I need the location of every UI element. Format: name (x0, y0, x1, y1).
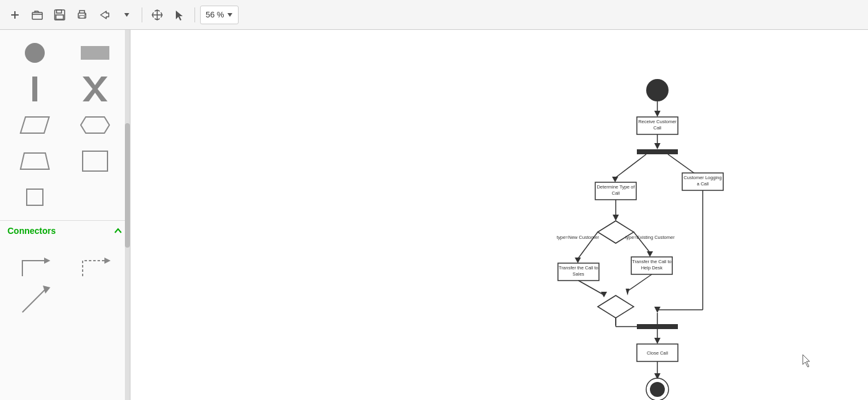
scroll-thumb[interactable] (125, 123, 130, 248)
svg-text:Transfer the Call to: Transfer the Call to (559, 265, 598, 271)
svg-marker-10 (227, 13, 232, 17)
pan-tool-button[interactable] (147, 5, 167, 25)
svg-marker-20 (44, 258, 50, 264)
open-button[interactable] (27, 5, 47, 25)
share-dropdown-button[interactable] (117, 5, 137, 25)
connectors-chevron-icon (114, 226, 122, 236)
shape-rectangle[interactable] (68, 37, 123, 68)
save-button[interactable] (50, 5, 70, 25)
svg-text:Close Call: Close Call (647, 350, 669, 356)
zoom-label: 56 % (206, 10, 224, 19)
canvas[interactable]: Receive Customer Call Determine Type of … (130, 30, 868, 400)
shapes-palette (0, 30, 130, 220)
svg-marker-9 (124, 13, 129, 17)
svg-rect-7 (80, 16, 85, 18)
svg-text:type=New Customer: type=New Customer (557, 235, 600, 240)
share-button[interactable] (94, 5, 114, 25)
cursor-indicator (803, 355, 810, 367)
connector-solid-elbow[interactable] (7, 248, 63, 279)
svg-marker-39 (613, 215, 619, 221)
connectors-palette (0, 241, 130, 323)
svg-marker-31 (612, 177, 618, 182)
svg-marker-53 (626, 289, 629, 295)
svg-rect-18 (83, 151, 107, 171)
connectors-section-header[interactable]: Connectors (0, 220, 130, 241)
svg-point-11 (25, 43, 45, 63)
svg-text:Customer Logging: Customer Logging (683, 175, 721, 180)
svg-line-22 (22, 287, 47, 312)
connectors-label: Connectors (7, 226, 56, 236)
svg-text:Transfer the Call to: Transfer the Call to (632, 259, 672, 264)
svg-marker-17 (21, 153, 49, 169)
svg-marker-15 (21, 117, 49, 133)
zoom-control[interactable]: 56 % (200, 6, 239, 24)
scroll-indicator (125, 30, 130, 400)
svg-marker-51 (601, 292, 607, 297)
shape-hexagon[interactable] (68, 109, 123, 141)
end-node-inner (650, 382, 665, 397)
join-bar-1 (637, 324, 678, 329)
shape-trapezoid[interactable] (7, 146, 63, 177)
svg-marker-62 (654, 338, 660, 344)
svg-rect-2 (32, 12, 42, 19)
shape-x-cross[interactable] (68, 73, 123, 105)
toolbar: 56 % (0, 0, 868, 30)
select-tool-button[interactable] (170, 5, 190, 25)
svg-text:type=Existing Customer: type=Existing Customer (625, 235, 675, 240)
separator-2 (194, 7, 195, 22)
separator-1 (142, 7, 142, 22)
svg-marker-43 (575, 258, 581, 263)
add-button[interactable] (5, 5, 25, 25)
svg-text:Call: Call (612, 190, 620, 196)
svg-rect-4 (57, 10, 62, 13)
svg-text:Call: Call (654, 125, 662, 131)
connector-diagonal[interactable] (7, 284, 63, 315)
svg-line-50 (578, 281, 603, 294)
shape-parallelogram[interactable] (7, 109, 63, 141)
diamond-2-node[interactable] (598, 295, 634, 318)
svg-marker-16 (81, 117, 109, 133)
shape-filled-circle[interactable] (7, 37, 63, 68)
print-button[interactable] (72, 5, 92, 25)
svg-line-30 (615, 154, 646, 178)
connector-dashed-elbow[interactable] (68, 248, 123, 279)
svg-rect-19 (27, 189, 43, 205)
svg-text:Sales: Sales (573, 271, 585, 277)
fork-bar-1 (637, 149, 678, 154)
svg-rect-12 (81, 46, 109, 60)
svg-marker-14 (83, 77, 107, 101)
shape-vertical-bar[interactable] (7, 73, 63, 105)
main-area: Connectors (0, 30, 868, 400)
svg-marker-25 (654, 111, 660, 117)
svg-text:Receive Customer: Receive Customer (638, 119, 677, 124)
svg-marker-29 (654, 143, 660, 149)
svg-line-52 (628, 274, 652, 291)
svg-marker-45 (647, 251, 653, 257)
svg-text:Determine Type of: Determine Type of (596, 184, 635, 190)
svg-point-8 (85, 14, 86, 15)
flowchart-svg: Receive Customer Call Determine Type of … (130, 30, 868, 400)
left-panel: Connectors (0, 30, 130, 400)
svg-rect-5 (56, 15, 63, 19)
svg-rect-13 (32, 77, 37, 101)
svg-marker-23 (43, 286, 50, 294)
svg-text:Help Desk: Help Desk (641, 265, 663, 271)
svg-marker-21 (104, 258, 111, 264)
shape-small-square[interactable] (7, 182, 63, 213)
shape-rect-outline[interactable] (68, 146, 123, 177)
start-node[interactable] (646, 79, 669, 101)
svg-text:a Call: a Call (697, 181, 709, 187)
